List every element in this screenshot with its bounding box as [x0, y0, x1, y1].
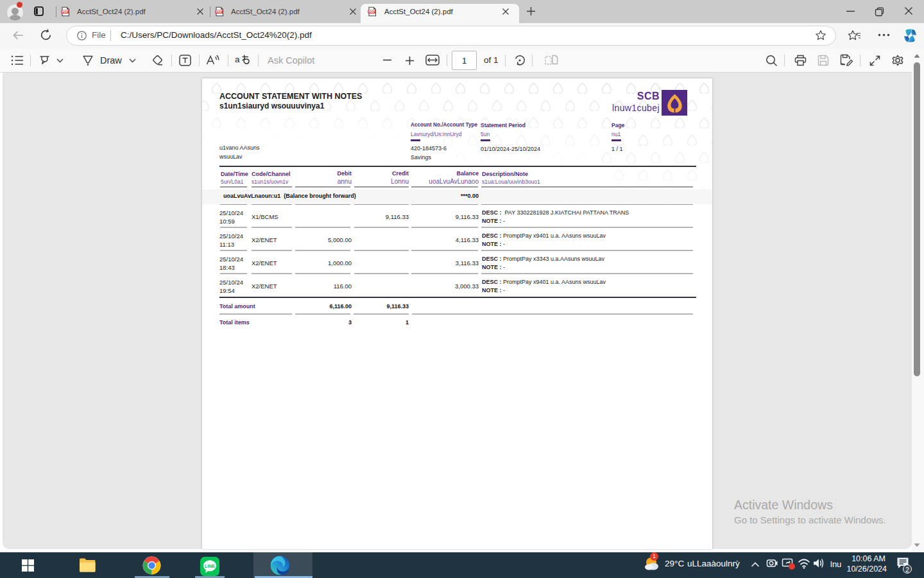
svg-text:PDF: PDF — [369, 10, 375, 13]
svg-text:LINE: LINE — [205, 564, 215, 568]
svg-text:PDF: PDF — [62, 10, 68, 13]
svg-text:PDF: PDF — [216, 10, 222, 13]
